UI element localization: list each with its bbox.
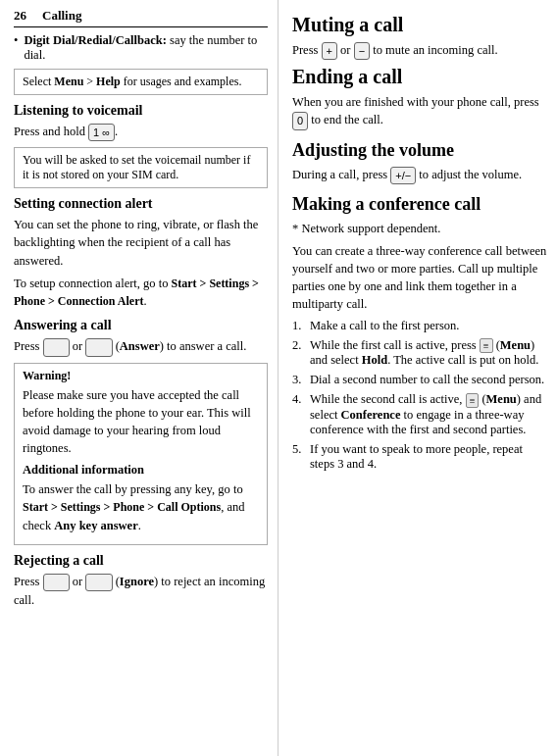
ignore-key-left <box>43 574 70 591</box>
warning-box: Warning! Please make sure you have accep… <box>14 363 268 545</box>
warning-para1: Please make sure you have accepted the c… <box>23 386 259 458</box>
conference-intro: You can create a three-way conference ca… <box>292 242 547 314</box>
page-number: 26 <box>14 8 26 24</box>
connection-alert-para1: You can set the phone to ring, vibrate, … <box>14 216 268 269</box>
ending-instruction: When you are finished with your phone ca… <box>292 93 547 129</box>
muting-instruction: Press + or − to mute an incoming call. <box>292 41 547 60</box>
warning-title: Warning! <box>23 369 259 383</box>
answer-key-right <box>85 338 112 356</box>
list-item: 1. Make a call to the first person. <box>292 319 547 333</box>
list-item: 4. While the second call is active, ≡ (M… <box>292 392 547 437</box>
list-item: 3. Dial a second number to call the seco… <box>292 373 547 387</box>
ending-heading: Ending a call <box>292 66 547 88</box>
plus-key: + <box>322 42 337 60</box>
menu-help-infobox: Select Menu > Help for usages and exampl… <box>14 69 268 95</box>
conference-heading: Making a conference call <box>292 194 547 215</box>
additional-info-para: To answer the call by pressing any key, … <box>23 480 259 534</box>
minus-key: − <box>354 42 370 60</box>
muting-heading: Muting a call <box>292 14 547 36</box>
menu-btn-step4: ≡ <box>466 393 480 408</box>
bullet-digit-dial: Digit Dial/Redial/Callback: say the numb… <box>14 33 268 63</box>
page-header: 26 Calling <box>14 8 268 27</box>
volume-instruction: During a call, press +/− to adjust the v… <box>292 166 547 184</box>
menu-btn-step2: ≡ <box>480 338 493 353</box>
rejecting-instruction: Press or (Ignore) to reject an incoming … <box>14 573 268 609</box>
list-item: 2. While the first call is active, press… <box>292 338 547 369</box>
answer-key-left <box>43 338 70 356</box>
additional-info-title: Additional information <box>23 463 259 478</box>
conference-note: * Network support dependent. <box>292 220 547 237</box>
answering-heading: Answering a call <box>14 318 268 333</box>
ignore-key-right <box>85 574 112 591</box>
volume-keys: +/− <box>390 167 416 184</box>
connection-alert-para2: To setup connection alert, go to Start >… <box>14 275 268 311</box>
connection-alert-heading: Setting connection alert <box>14 196 268 212</box>
key-1: 1 ∞ <box>88 124 115 141</box>
voicemail-instruction: Press and hold 1 ∞. <box>14 123 268 141</box>
voicemail-heading: Listening to voicemail <box>14 103 268 119</box>
page-title: Calling <box>42 8 81 24</box>
volume-heading: Adjusting the volume <box>292 140 547 161</box>
bullet-bold: Digit Dial/Redial/Callback: <box>24 33 167 47</box>
rejecting-heading: Rejecting a call <box>14 553 268 569</box>
end-key: 0 <box>292 112 308 129</box>
answering-instruction: Press or (Answer) to answer a call. <box>14 337 268 356</box>
list-item: 5. If you want to speak to more people, … <box>292 442 547 472</box>
voicemail-infobox: You will be asked to set the voicemail n… <box>14 147 268 188</box>
